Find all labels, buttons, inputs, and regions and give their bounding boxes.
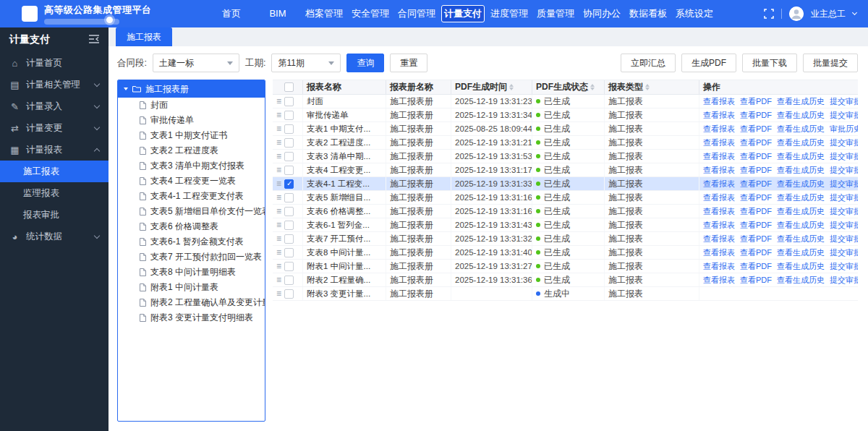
sidebar-item-2[interactable]: ▤计量相关管理 [0, 74, 109, 95]
nav-item-3[interactable]: 档案管理 [301, 0, 347, 27]
row-action-1[interactable]: 查看报表 [703, 261, 735, 272]
nav-item-9[interactable]: 协同办公 [579, 0, 625, 27]
row-action-3[interactable]: 查看生成历史 [777, 261, 825, 272]
sidebar-item-1[interactable]: ⌂计量首页 [0, 52, 109, 74]
row-action-4[interactable]: 提交审批 [830, 234, 858, 244]
row-action-1[interactable]: 查看报表 [703, 124, 735, 135]
tree-item-2[interactable]: 审批传递单 [118, 113, 265, 128]
user-name[interactable]: 业主总工 [811, 8, 846, 20]
row-checkbox[interactable] [284, 262, 294, 271]
batch-button-3[interactable]: 批量下载 [742, 54, 797, 72]
sidebar-subitem-3[interactable]: 报表审批 [0, 204, 109, 226]
row-action-1[interactable]: 查看报表 [703, 110, 735, 121]
drag-handle-icon[interactable]: ≡ [276, 262, 281, 270]
row-action-1[interactable]: 查看报表 [703, 96, 735, 107]
row-action-2[interactable]: 查看PDF [740, 165, 772, 176]
nav-item-11[interactable]: 系统设定 [671, 0, 718, 27]
fullscreen-icon[interactable] [764, 9, 774, 19]
row-checkbox[interactable] [284, 97, 294, 106]
row-action-2[interactable]: 查看PDF [740, 192, 772, 203]
row-action-4[interactable]: 审批历史 [830, 124, 858, 135]
row-action-3[interactable]: 查看生成历史 [777, 247, 825, 258]
sidebar-item-6[interactable]: ◕统计数据 [0, 226, 109, 247]
nav-item-6[interactable]: 计量支付 [441, 5, 485, 22]
row-action-3[interactable]: 查看生成历史 [777, 234, 825, 244]
row-action-3[interactable]: 查看生成历史 [777, 165, 825, 176]
tree-item-11[interactable]: 支表7 开工预付款扣回一览表 [118, 249, 265, 265]
row-action-2[interactable]: 查看PDF [740, 261, 772, 272]
drag-handle-icon[interactable]: ≡ [276, 166, 281, 174]
row-action-3[interactable]: 查看生成历史 [777, 192, 825, 203]
row-checkbox[interactable] [284, 207, 294, 216]
nav-item-4[interactable]: 安全管理 [347, 0, 393, 27]
row-action-1[interactable]: 查看报表 [703, 137, 735, 148]
row-action-1[interactable]: 查看报表 [703, 151, 735, 162]
row-action-2[interactable]: 查看PDF [740, 137, 772, 148]
nav-item-2[interactable]: BIM [255, 0, 301, 27]
row-action-2[interactable]: 查看PDF [740, 220, 772, 231]
nav-item-8[interactable]: 质量管理 [532, 0, 579, 27]
row-action-3[interactable]: 查看生成历史 [777, 179, 825, 189]
row-action-2[interactable]: 查看PDF [740, 96, 772, 107]
contract-select[interactable]: 土建一标 [153, 54, 239, 72]
row-action-4[interactable]: 提交审批 [830, 220, 858, 231]
row-action-1[interactable]: 查看报表 [703, 206, 735, 217]
row-action-3[interactable]: 查看生成历史 [777, 124, 825, 135]
row-action-1[interactable]: 查看报表 [703, 247, 735, 258]
tree-item-7[interactable]: 支表4-1 工程变更支付表 [118, 189, 265, 204]
row-checkbox[interactable] [284, 193, 294, 202]
row-action-3[interactable]: 查看生成历史 [777, 96, 825, 107]
row-action-3[interactable]: 查看生成历史 [777, 137, 825, 148]
sidebar-subitem-1[interactable]: 施工报表 [0, 161, 109, 182]
row-action-2[interactable]: 查看PDF [740, 275, 772, 286]
menu-fold-icon[interactable] [89, 34, 99, 46]
sort-icon[interactable] [590, 84, 595, 90]
row-action-1[interactable]: 查看报表 [703, 192, 735, 203]
row-action-3[interactable]: 查看生成历史 [777, 110, 825, 121]
row-checkbox[interactable] [284, 179, 294, 189]
row-action-3[interactable]: 查看生成历史 [777, 275, 825, 286]
nav-item-10[interactable]: 数据看板 [625, 0, 671, 27]
row-checkbox[interactable] [284, 111, 294, 120]
row-checkbox[interactable] [284, 152, 294, 161]
row-checkbox[interactable] [284, 138, 294, 148]
sidebar-item-4[interactable]: ⇄计量变更 [0, 117, 109, 139]
row-action-4[interactable]: 提交审批 [830, 275, 858, 286]
row-action-3[interactable]: 查看生成历史 [777, 220, 825, 231]
tree-item-12[interactable]: 支表8 中间计量明细表 [118, 265, 265, 280]
row-action-1[interactable]: 查看报表 [703, 234, 735, 244]
tree-item-15[interactable]: 附表3 变更计量支付明细表 [118, 310, 265, 325]
drag-handle-icon[interactable]: ≡ [276, 276, 281, 284]
tree-root-node[interactable]: 施工报表册 [118, 80, 265, 98]
drag-handle-icon[interactable]: ≡ [276, 138, 281, 147]
row-action-4[interactable]: 提交审批 [830, 137, 858, 148]
batch-button-4[interactable]: 批量提交 [803, 54, 858, 72]
row-action-2[interactable]: 查看PDF [740, 234, 772, 244]
header-checkbox[interactable] [284, 82, 294, 92]
drag-handle-icon[interactable]: ≡ [276, 193, 281, 202]
tree-item-4[interactable]: 支表2 工程进度表 [118, 143, 265, 158]
row-action-2[interactable]: 查看PDF [740, 151, 772, 162]
tree-item-3[interactable]: 支表1 中期支付证书 [118, 128, 265, 143]
row-action-2[interactable]: 查看PDF [740, 206, 772, 217]
row-action-2[interactable]: 查看PDF [740, 110, 772, 121]
sort-icon[interactable] [645, 84, 650, 90]
row-action-1[interactable]: 查看报表 [703, 165, 735, 176]
tree-item-9[interactable]: 支表6 价格调整表 [118, 219, 265, 234]
row-action-2[interactable]: 查看PDF [740, 247, 772, 258]
row-action-4[interactable]: 提交审批 [830, 247, 858, 258]
drag-handle-icon[interactable]: ≡ [276, 289, 281, 298]
drag-handle-icon[interactable]: ≡ [276, 97, 281, 106]
row-action-2[interactable]: 查看PDF [740, 179, 772, 189]
row-checkbox[interactable] [284, 234, 294, 244]
row-action-4[interactable]: 提交审批 [830, 110, 858, 121]
sidebar-item-3[interactable]: ✎计量录入 [0, 95, 109, 117]
row-action-1[interactable]: 查看报表 [703, 220, 735, 231]
drag-handle-icon[interactable]: ≡ [276, 248, 281, 257]
search-button[interactable]: 查询 [346, 54, 384, 72]
sort-icon[interactable] [509, 84, 514, 90]
row-action-4[interactable]: 提交审批 [830, 165, 858, 176]
row-checkbox[interactable] [284, 221, 294, 230]
drag-handle-icon[interactable]: ≡ [276, 152, 281, 161]
row-action-4[interactable]: 提交审批 [830, 96, 858, 107]
